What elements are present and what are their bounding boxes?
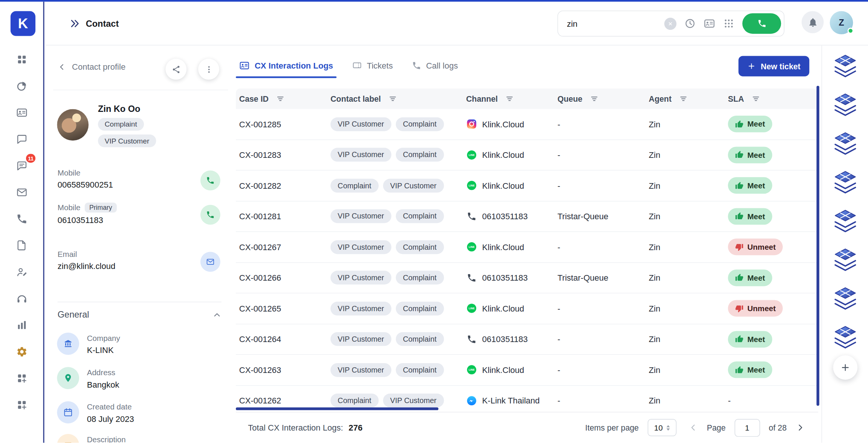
channel-cell: 0610351183 <box>463 272 554 283</box>
merge-contact-button[interactable] <box>165 59 186 80</box>
sidebar-item-chat[interactable] <box>11 128 33 150</box>
tab-call-logs[interactable]: Call logs <box>412 53 458 78</box>
channel-shortcut[interactable] <box>830 167 860 198</box>
address-row: Address Bangkok <box>57 367 119 389</box>
next-page-button[interactable] <box>796 423 805 432</box>
contact-directory-icon[interactable] <box>704 18 715 29</box>
page-count-label: of 28 <box>769 423 787 432</box>
clear-search-icon[interactable] <box>664 17 676 29</box>
sidebar-item-dashboard[interactable] <box>11 48 33 70</box>
sidebar-item-pie-chart[interactable] <box>11 75 33 97</box>
page-input[interactable] <box>735 419 760 437</box>
sidebar-item-call[interactable] <box>11 208 33 230</box>
sidebar-item-headset[interactable] <box>11 287 33 310</box>
app-logo[interactable]: K <box>11 11 35 36</box>
total-value: 276 <box>348 423 362 432</box>
share-icon <box>171 64 181 74</box>
call-button[interactable] <box>742 13 781 34</box>
sidebar-item-inbox[interactable]: 11 <box>11 154 33 177</box>
table-row[interactable]: CX-001264 VIP CustomerComplaint 06103511… <box>236 324 817 355</box>
channel-shortcut[interactable] <box>830 244 860 275</box>
table-row[interactable]: CX-001266 VIP CustomerComplaint 06103511… <box>236 263 817 293</box>
call-primary-mobile-button[interactable] <box>200 205 220 225</box>
line-icon <box>466 303 477 314</box>
horizontal-scrollbar[interactable] <box>236 407 439 410</box>
notifications-button[interactable] <box>802 11 824 33</box>
back-label[interactable]: Contact profile <box>72 62 125 72</box>
filter-icon[interactable] <box>590 94 599 104</box>
items-per-page-select[interactable]: 10 <box>648 419 676 436</box>
filter-icon[interactable] <box>276 94 285 104</box>
profile-menu-button[interactable] <box>198 59 219 80</box>
address-icon <box>57 367 79 389</box>
select-spinner-icon <box>666 425 670 431</box>
tab-tickets[interactable]: Tickets <box>352 53 393 78</box>
table-row[interactable]: CX-001282 ComplaintVIP Customer Klink.Cl… <box>236 171 817 202</box>
general-section-header[interactable]: General <box>58 310 222 320</box>
rail-shortcuts <box>830 51 860 353</box>
channel-shortcut[interactable] <box>830 322 860 353</box>
mail-icon <box>16 186 28 198</box>
filter-icon[interactable] <box>751 94 761 104</box>
sidebar-item-mail[interactable] <box>11 181 33 203</box>
case-id-cell: CX-001266 <box>236 273 327 283</box>
expand-sidebar-icon[interactable] <box>69 18 81 29</box>
table-row[interactable]: CX-001283 VIP CustomerComplaint Klink.Cl… <box>236 140 817 171</box>
field-label: Mobile <box>58 168 113 177</box>
vertical-scrollbar[interactable] <box>816 86 819 406</box>
contact-label-pill: Complaint <box>396 117 444 131</box>
table-row[interactable]: CX-001281 VIP CustomerComplaint 06103511… <box>236 201 817 232</box>
tab-cx-interaction-logs[interactable]: CX Interaction Logs <box>239 53 333 78</box>
channel-shortcut[interactable] <box>830 51 860 82</box>
filter-icon[interactable] <box>505 94 514 104</box>
sidebar-item-contacts[interactable] <box>11 101 33 124</box>
phone-icon <box>757 19 766 28</box>
table-row[interactable]: CX-001267 VIP CustomerComplaint Klink.Cl… <box>236 232 817 263</box>
filter-icon[interactable] <box>679 94 688 104</box>
channel-shortcut[interactable] <box>830 128 860 159</box>
dialpad-icon[interactable] <box>723 18 735 29</box>
sidebar-item-settings[interactable] <box>11 341 33 363</box>
mail-icon <box>206 257 215 266</box>
contact-label-pill: Complaint <box>330 179 379 192</box>
add-shortcut-button[interactable] <box>833 355 857 380</box>
layers-icon <box>832 54 858 79</box>
sidebar-item-integrations[interactable] <box>11 394 33 416</box>
divider <box>53 90 228 90</box>
search-input[interactable] <box>558 19 664 28</box>
sidebar-item-document[interactable] <box>11 234 33 257</box>
interaction-logs-panel: CX Interaction Logs Tickets Call logs Ne… <box>236 45 818 443</box>
send-email-button[interactable] <box>200 252 220 272</box>
sidebar-item-agent[interactable] <box>11 261 33 283</box>
user-avatar[interactable]: Z <box>830 11 853 34</box>
contact-label-cell: VIP CustomerComplaint <box>327 332 463 346</box>
table-row[interactable]: CX-001263 VIP CustomerComplaint Klink.Cl… <box>236 355 817 386</box>
table-row[interactable]: CX-001265 VIP CustomerComplaint Klink.Cl… <box>236 293 817 324</box>
apps-icon <box>16 372 28 384</box>
column-case-id: Case ID <box>236 94 327 104</box>
sidebar-item-report[interactable] <box>11 314 33 336</box>
table-row[interactable]: CX-001285 VIP CustomerComplaint Klink.Cl… <box>236 109 817 140</box>
queue-cell: - <box>554 365 645 374</box>
contact-label-cell: VIP CustomerComplaint <box>327 363 463 377</box>
contact-tags: ComplaintVIP Customer <box>98 118 156 147</box>
channel-shortcut[interactable] <box>830 90 860 121</box>
field-value: 006585900251 <box>58 180 113 189</box>
channel-shortcut[interactable] <box>830 206 860 237</box>
filter-icon[interactable] <box>388 94 397 104</box>
channel-icon <box>466 364 477 375</box>
call-mobile-button[interactable] <box>200 171 220 191</box>
prev-page-button[interactable] <box>689 423 698 432</box>
channel-shortcut[interactable] <box>830 283 860 314</box>
thumb-up-icon <box>735 151 743 159</box>
case-id-cell: CX-001262 <box>236 396 327 405</box>
queue-cell: - <box>554 335 645 344</box>
back-icon[interactable] <box>58 62 67 71</box>
channel-icon <box>466 241 477 252</box>
contact-label-pill: Complaint <box>396 332 444 346</box>
sidebar-item-apps[interactable] <box>11 367 33 389</box>
contact-photo[interactable] <box>57 109 89 141</box>
new-ticket-button[interactable]: New ticket <box>739 56 810 76</box>
call-history-icon[interactable] <box>684 18 696 29</box>
contact-tag: VIP Customer <box>98 134 156 147</box>
